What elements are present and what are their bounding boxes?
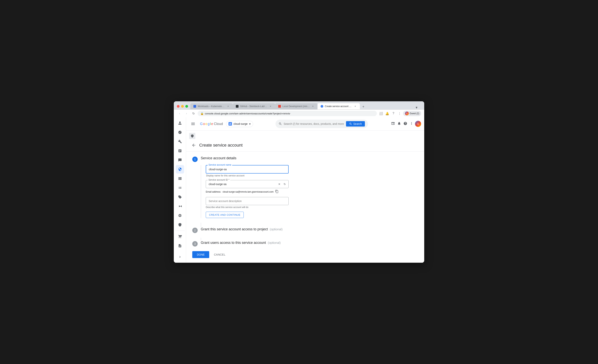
service-account-id-actions: ✕ ↻ [277, 182, 287, 186]
sidebar-item-chat[interactable] [176, 156, 184, 164]
service-account-name-label: Service account name [208, 164, 232, 166]
search-btn-icon [349, 122, 352, 125]
tab-local-close[interactable]: × [311, 105, 315, 108]
search-icon [279, 122, 282, 125]
guest-profile[interactable]: G Guest (2) [403, 111, 421, 116]
tab-github[interactable]: GitHub - Steinbeck-Lab/cloud... × [233, 103, 275, 109]
top-toolbar-right: G [390, 121, 421, 127]
step3-title-area: Grant users access to this service accou… [201, 241, 281, 245]
sidebar-item-forward[interactable] [176, 202, 184, 210]
sidebar-item-document[interactable] [176, 241, 184, 250]
refresh-id-button[interactable]: ↻ [282, 182, 287, 186]
browser-window: Workloads – Kubernetes Engi... × GitHub … [174, 101, 424, 263]
main-area: Google Cloud cloud-surge ▾ Sea [186, 117, 424, 263]
toolbar-right: ⬜ 🔔 ? ⋮ G Guest (2) [378, 111, 421, 116]
sidebar-item-iam[interactable] [176, 165, 184, 174]
forward-nav-button[interactable]: › [184, 111, 189, 116]
sidebar-item-settings[interactable] [176, 211, 184, 220]
step2-number: 2 [192, 228, 198, 233]
step3-header: 3 Grant users access to this service acc… [192, 241, 418, 247]
tab-github-label: GitHub - Steinbeck-Lab/cloud... [240, 105, 267, 108]
service-account-description-input[interactable] [206, 197, 289, 205]
tab-github-close[interactable]: × [269, 105, 272, 108]
service-account-name-input[interactable] [206, 165, 289, 174]
tab-expand[interactable]: ▼ [415, 106, 420, 109]
step2-title-area: Grant this service account access to pro… [201, 227, 283, 231]
sidebar-item-list[interactable] [176, 183, 184, 192]
create-and-continue-button[interactable]: CREATE AND CONTINUE [206, 212, 244, 218]
url-bar[interactable]: 🔒 console.cloud.google.com/iam-admin/ser… [198, 111, 377, 116]
search-bar[interactable]: Search [275, 120, 368, 128]
step2-section: 2 Grant this service account access to p… [192, 227, 418, 233]
user-avatar[interactable]: G [415, 121, 421, 127]
service-account-id-input[interactable] [206, 180, 289, 188]
step2-subtitle: (optional) [270, 228, 283, 231]
sidebar-item-tag[interactable] [176, 193, 184, 201]
search-button[interactable]: Search [346, 121, 365, 126]
back-nav-button[interactable]: ‹ [177, 111, 182, 116]
help-top-button[interactable] [403, 121, 408, 126]
tab-local[interactable]: Local Development (minikube... × [275, 103, 317, 109]
sidebar-item-storage[interactable] [176, 174, 184, 183]
help-button[interactable]: ? [391, 111, 396, 116]
step1-number: 1 [192, 157, 198, 162]
back-button[interactable] [191, 142, 197, 148]
close-button[interactable] [177, 105, 180, 108]
more-top-button[interactable] [409, 121, 414, 126]
iam-favicon [321, 105, 323, 108]
tab-iam-close[interactable]: × [354, 105, 357, 108]
project-selector[interactable]: cloud-surge ▾ [226, 121, 253, 127]
tab-workloads-label: Workloads – Kubernetes Engi... [198, 105, 225, 108]
reload-button[interactable]: ↻ [191, 111, 196, 116]
page-header: Create service account [186, 139, 424, 152]
service-account-id-group: Service account ID * ✕ ↻ [206, 180, 289, 188]
clear-id-button[interactable]: ✕ [277, 182, 282, 186]
tab-iam[interactable]: Create service account – IAM ... × [317, 103, 360, 109]
step1-title: Service account details [201, 156, 236, 160]
minimize-button[interactable] [181, 105, 184, 108]
sidebar-item-shield[interactable] [176, 221, 184, 229]
lock-icon: 🔒 [200, 112, 204, 115]
content-area: 1 Service account details Service accoun… [186, 152, 424, 263]
email-value: cloud-surge-sa@nmrxiv.iam.gserviceaccoun… [223, 190, 274, 193]
more-button[interactable]: ⋮ [397, 111, 402, 116]
search-container: Search [256, 120, 387, 128]
copy-email-button[interactable] [275, 190, 279, 194]
shield-nav-icon [189, 133, 195, 139]
local-favicon [278, 105, 281, 108]
terminal-button[interactable] [390, 121, 396, 126]
step1-section: 1 Service account details Service accoun… [192, 156, 418, 218]
page-title: Create service account [199, 143, 242, 148]
tab-workloads-close[interactable]: × [227, 105, 230, 108]
hamburger-menu[interactable] [189, 120, 197, 128]
step2-title: Grant this service account access to pro… [201, 227, 268, 231]
search-input[interactable] [283, 122, 344, 125]
notifications-button[interactable]: 🔔 [384, 111, 390, 116]
step-divider-1-2 [201, 223, 418, 227]
traffic-lights [177, 105, 188, 108]
sidebar-item-doc[interactable] [176, 147, 184, 155]
sidebar [174, 117, 186, 263]
top-nav-bar: Google Cloud cloud-surge ▾ Sea [186, 117, 424, 131]
step3-subtitle: (optional) [268, 241, 281, 244]
sidebar-item-marketplace[interactable] [176, 232, 184, 241]
cancel-button[interactable]: CANCEL [212, 251, 227, 258]
tab-workloads[interactable]: Workloads – Kubernetes Engi... × [190, 103, 233, 109]
notifications-top-button[interactable] [397, 121, 402, 126]
sidebar-item-expand[interactable] [176, 253, 184, 261]
sidebar-divider [175, 231, 184, 231]
service-account-id-label: Service account ID * [208, 179, 230, 181]
new-tab-button[interactable]: + [361, 104, 366, 109]
search-button-label: Search [353, 122, 362, 125]
cast-button[interactable]: ⬜ [378, 111, 384, 116]
step3-section: 3 Grant users access to this service acc… [192, 241, 418, 247]
service-account-name-group: Service account name Display name for th… [206, 165, 418, 177]
sidebar-item-wrench[interactable] [176, 137, 184, 146]
maximize-button[interactable] [185, 105, 188, 108]
avatar: G [405, 112, 409, 115]
done-button[interactable]: DONE [192, 251, 209, 258]
github-favicon [236, 105, 239, 108]
email-address-row: Email address: cloud-surge-sa@nmrxiv.iam… [206, 190, 418, 194]
sidebar-item-person[interactable] [176, 119, 184, 127]
sidebar-item-account[interactable] [176, 128, 184, 137]
